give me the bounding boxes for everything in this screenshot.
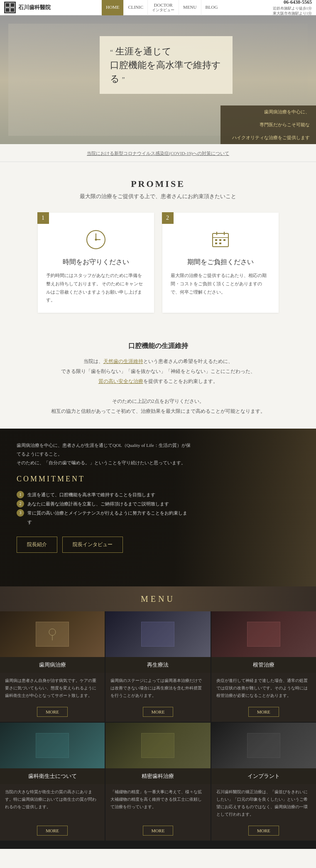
hero-badge-1: 歯周病治療を中心に、 — [220, 105, 316, 118]
card-heading-2: 期間をご負担ください — [171, 258, 270, 267]
oral-heading: 口腔機能の生涯維持 — [33, 342, 283, 351]
card-body-2: 最大限の治療をご提供するにあたり、相応の期間・コストをご負担く頂くことがあります… — [171, 272, 270, 296]
precision-more-btn[interactable]: MORE — [143, 826, 174, 836]
periodontal-body: 歯周病は患者さん自身が治す病気です。ケアの重要さに気づいてもらい、態度を変えられ… — [0, 673, 105, 704]
hygienist-more-btn[interactable]: MORE — [37, 826, 68, 836]
periodontal-title: 歯周病治療 — [0, 657, 105, 673]
precision-body: 「補綴物の精度」を一番大事に考えて、様々な拡大補綴物の精度を高く維持できる技工士… — [105, 784, 210, 822]
regenerative-title: 再生療法 — [105, 657, 210, 673]
promise-subtitle: 最大限の治療をご提供する上で、患者さんにお約束頂きたいこと — [25, 193, 291, 200]
root-canal-title: 根管治療 — [211, 657, 316, 673]
bullet-3: 3 — [17, 509, 24, 517]
precision-title: 精密歯科治療 — [105, 768, 210, 784]
implant-body: 石川歯科醫院の矯正治療は、「歯並びをきれいにしたい」「口元の印象を良くしたい」と… — [211, 784, 316, 822]
regenerative-img-overlay — [105, 611, 210, 657]
menu-title: MENU — [141, 594, 175, 604]
hygienist-img-overlay — [0, 723, 105, 768]
periodontal-image — [0, 611, 105, 657]
hero-badge-2: 専門医だからこそ可能な — [220, 118, 316, 131]
nav-clinic[interactable]: CLINIC — [123, 0, 147, 15]
bullet-1: 1 — [17, 491, 24, 498]
commitment-section: 歯周病治療を中心に、患者さんが生涯を通じてQOL（Quality of Life… — [0, 429, 316, 586]
oral-section: 口腔機能の生涯維持 当院は、天然歯の生涯維持という患者さんの希望を叶えるために、… — [0, 329, 316, 429]
nav-blog[interactable]: BLOG — [201, 0, 222, 15]
root-canal-image — [211, 611, 316, 657]
card-number-2: 2 — [162, 212, 174, 224]
hygienist-title: 歯科衛生士について — [0, 768, 105, 784]
commitment-list: 1 生涯を通じて、口腔機能を高水準で維持することを目指します 2 あなたに最善な… — [17, 490, 191, 527]
card-number-1: 1 — [37, 212, 49, 224]
director-interview-button[interactable]: 院長インタビュー — [62, 537, 123, 553]
card-icon-clock — [46, 229, 146, 254]
card-body-1: 予約時間にはスタッフがあなたのために準備を整えお待ちしております。 そのためにキ… — [46, 272, 146, 304]
precision-image — [105, 723, 210, 768]
implant-title: インプラント — [211, 768, 316, 784]
svg-point-12 — [95, 239, 97, 241]
svg-rect-17 — [215, 239, 217, 241]
promise-card-2: 2 期間をご負担ください 最大限の治療をご提供するにあたり、相応の期間・コストを… — [162, 213, 279, 313]
nav-home[interactable]: HOME — [101, 0, 123, 15]
commitment-item-1: 1 生涯を通じて、口腔機能を高水準で維持することを目指します — [17, 490, 191, 499]
page-end — [0, 841, 316, 849]
nav-menu[interactable]: MENU — [179, 0, 201, 15]
card-heading-1: 時間をお守りください — [46, 258, 146, 267]
card-icon-calendar — [171, 229, 270, 254]
hero-section: 石川歯科醫院 Quality Dental Office 06-6438-556… — [0, 15, 316, 144]
menu-card-root-canal: 根管治療 炎症が進行して神経まで達した場合、通常の処置では症状の改善が難しいです… — [211, 611, 316, 722]
regenerative-body: 歯周病のステージによっては歯周基本治療だけでは改善できない場合には再生療法を含む… — [105, 673, 210, 704]
svg-rect-19 — [223, 239, 225, 241]
menu-card-periodontal: 歯周病治療 歯周病は患者さん自身が治す病気です。ケアの重要さに気づいてもらい、態… — [0, 611, 105, 722]
regenerative-more-btn[interactable]: MORE — [143, 707, 174, 717]
quote-close: ” — [122, 76, 125, 83]
root-canal-img-overlay — [211, 611, 316, 657]
promise-card-1: 1 時間をお守りください 予約時間にはスタッフがあなたのために準備を整えお待ちし… — [38, 213, 154, 313]
implant-more-btn[interactable]: MORE — [248, 826, 279, 836]
nav: HOME CLINIC DOCTOR インタビュー MENU BLOG — [101, 0, 222, 15]
svg-rect-18 — [219, 239, 221, 241]
logo: 石川歯科醫院 — [4, 2, 51, 13]
oral-highlight2-link[interactable]: 質の高い安全な治療 — [98, 378, 143, 384]
hygienist-body: 当院の大きな特質が衛生士の質の高さにあります。特に歯周病治療においては衛生士の質… — [0, 784, 105, 822]
phone-number: 06-6438-5565 — [273, 0, 312, 6]
contact-info: 06-6438-5565 近鉄布施駅より徒歩1分 東大阪市布施駅より1分 — [273, 0, 312, 16]
root-canal-more-btn[interactable]: MORE — [248, 707, 279, 717]
logo-icon — [4, 2, 16, 13]
bullet-2: 2 — [17, 500, 24, 508]
menu-header: MENU — [0, 586, 316, 611]
oral-highlight-link[interactable]: 天然歯の生涯維持 — [103, 358, 143, 364]
oral-para: 当院は、天然歯の生涯維持という患者さんの希望を叶えるために、 できる限り「歯を削… — [33, 356, 283, 416]
commitment-item-2: 2 あなたに最善な治療計画を立案し、ご納得頂けるまでご説明致します — [17, 499, 191, 508]
hygienist-image — [0, 723, 105, 768]
regenerative-image — [105, 611, 210, 657]
menu-card-implant: インプラント 石川歯科醫院の矯正治療は、「歯並びをきれいにしたい」「口元の印象を… — [211, 723, 316, 841]
promise-section: PROMISE 最大限の治療をご提供する上で、患者さんにお約束頂きたいこと 1 … — [0, 162, 316, 329]
quote-open: “ — [110, 49, 113, 56]
contact-line1: 近鉄布施駅より徒歩1分 — [273, 6, 312, 11]
menu-section: MENU 歯周病治療 歯周病は患者さん自身が治す病気です。ケアの重要さに気づいて… — [0, 586, 316, 841]
hero-badges: 歯周病治療を中心に、 専門医だからこそ可能な ハイクオリティな治療をご提供します — [220, 105, 316, 144]
director-intro-button[interactable]: 院長紹介 — [17, 537, 57, 553]
logo-text: 石川歯科醫院 — [18, 4, 51, 11]
header: 石川歯科醫院 HOME CLINIC DOCTOR インタビュー MENU BL… — [0, 0, 316, 15]
periodontal-more-btn[interactable]: MORE — [37, 707, 68, 717]
nav-doctor[interactable]: DOCTOR インタビュー — [147, 0, 179, 15]
svg-rect-21 — [219, 243, 221, 244]
commitment-buttons: 院長紹介 院長インタビュー — [17, 537, 191, 553]
implant-image — [211, 723, 316, 768]
precision-img-overlay — [105, 723, 210, 768]
hero-text-box: “ 生涯を通じて 口腔機能を高水準で維持する ” — [100, 36, 233, 94]
promise-title: PROMISE — [25, 179, 291, 189]
promise-cards: 1 時間をお守りください 予約時間にはスタッフがあなたのために準備を整えお待ちし… — [25, 213, 291, 313]
svg-rect-0 — [4, 2, 16, 13]
menu-card-precision: 精密歯科治療 「補綴物の精度」を一番大事に考えて、様々な拡大補綴物の精度を高く維… — [105, 723, 210, 841]
root-canal-body: 炎症が進行して神経まで達した場合、通常の処置では症状の改善が難しいです。そのよう… — [211, 673, 316, 704]
commitment-item-3: 3 常に質の高い治療とメインテナンスが行えるように努力することをお約束します — [17, 508, 191, 527]
covid-notice: 当院における新型コロナウイルス感染症(COVID-19)への対策について — [0, 144, 316, 162]
covid-link[interactable]: 当院における新型コロナウイルス感染症(COVID-19)への対策について — [87, 151, 229, 156]
svg-point-22 — [49, 629, 56, 635]
periodontal-img-overlay — [0, 611, 105, 657]
hero-badge-3: ハイクオリティな治療をご提供します — [220, 131, 316, 144]
hero-heading: “ 生涯を通じて 口腔機能を高水準で維持する ” — [110, 44, 222, 86]
menu-card-regenerative: 再生療法 歯周病のステージによっては歯周基本治療だけでは改善できない場合には再生… — [105, 611, 210, 722]
menu-grid: 歯周病治療 歯周病は患者さん自身が治す病気です。ケアの重要さに気づいてもらい、態… — [0, 611, 316, 841]
